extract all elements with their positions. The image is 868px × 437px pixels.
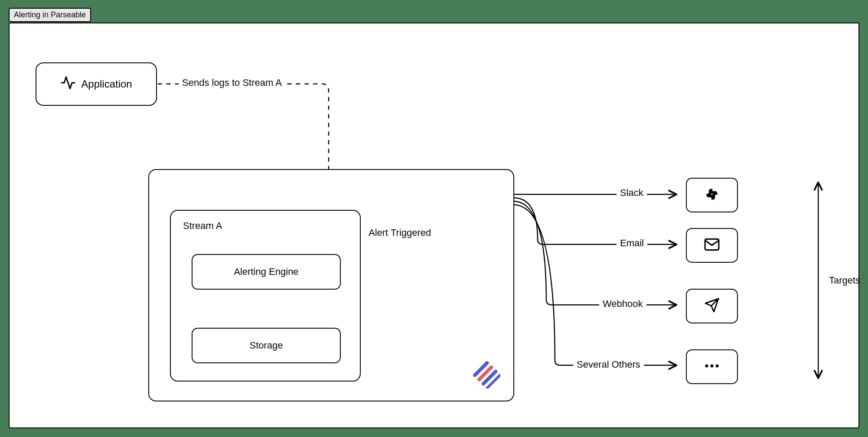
diagram-shell: Alerting in Parseable <box>0 0 868 437</box>
target-label-email: Email <box>617 238 647 249</box>
stream-a-group: Stream A Alerting Engine Storage <box>170 210 361 382</box>
application-label: Application <box>81 78 132 90</box>
target-label-others: Several Others <box>573 359 644 370</box>
diagram-canvas: Application Sends logs to Stream A Strea… <box>9 23 859 428</box>
application-node: Application <box>36 62 157 106</box>
svg-point-7 <box>705 364 708 367</box>
target-slack <box>686 178 738 212</box>
edge-label-alert-triggered: Alert Triggered <box>365 227 434 238</box>
edge-label-sends-logs: Sends logs to Stream A <box>179 77 285 88</box>
parseable-container: Stream A Alerting Engine Storage <box>148 169 514 401</box>
storage-node: Storage <box>192 328 341 363</box>
target-webhook <box>686 289 738 323</box>
svg-rect-1 <box>476 365 494 382</box>
storage-label: Storage <box>249 340 283 351</box>
target-label-slack: Slack <box>617 187 647 199</box>
target-email <box>686 228 738 263</box>
activity-icon <box>60 75 76 93</box>
target-others <box>686 349 738 384</box>
svg-rect-2 <box>481 369 498 386</box>
mail-icon <box>704 236 720 255</box>
svg-point-8 <box>711 364 714 367</box>
slack-icon <box>705 187 719 204</box>
svg-point-9 <box>716 364 719 367</box>
alerting-engine-node: Alerting Engine <box>192 254 341 290</box>
targets-label: Targets <box>829 275 860 286</box>
parseable-logo-icon <box>473 361 500 391</box>
alerting-engine-label: Alerting Engine <box>234 266 298 277</box>
diagram-title-tab: Alerting in Parseable <box>9 8 91 22</box>
target-label-webhook: Webhook <box>599 298 646 310</box>
send-icon <box>704 297 720 315</box>
stream-a-label: Stream A <box>183 220 222 232</box>
ellipsis-icon <box>703 362 721 372</box>
